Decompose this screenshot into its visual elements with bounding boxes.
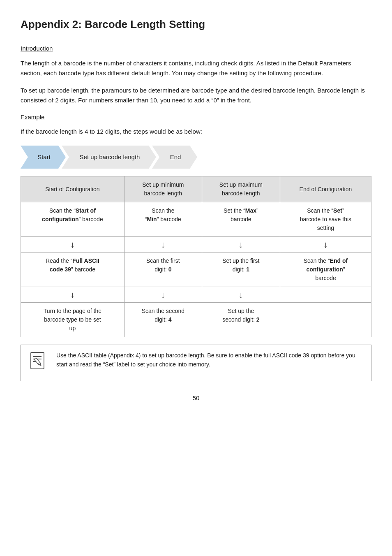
example-section: Example If the barcode length is 4 to 12… xyxy=(21,113,371,137)
arrow-1-3: ↓ xyxy=(202,237,280,253)
cell-1-4: Scan the “Set”barcode to save thissettin… xyxy=(280,202,371,237)
flow-start: Start xyxy=(21,146,66,169)
page-title: Appendix 2: Barcode Length Setting xyxy=(21,16,371,32)
flow-diagram: Start Set up barcode length End xyxy=(21,146,371,169)
arrow-1-1: ↓ xyxy=(21,237,125,253)
arrow-1-4: ↓ xyxy=(280,237,371,253)
cell-3-3: Set up thesecond digit: 2 xyxy=(202,303,280,337)
cell-3-4 xyxy=(280,303,371,337)
cell-2-4: Scan the “End ofconfiguration”barcode xyxy=(280,253,371,287)
table-arrow-row-1: ↓ ↓ ↓ ↓ xyxy=(21,237,371,253)
note-icon xyxy=(28,351,50,375)
col-header-3: Set up maximumbarcode length xyxy=(202,176,280,202)
arrow-1-2: ↓ xyxy=(124,237,202,253)
cell-2-1: Read the “Full ASCIIcode 39” barcode xyxy=(21,253,125,287)
cell-3-1: Turn to the page of thebarcode type to b… xyxy=(21,303,125,337)
arrow-2-3: ↓ xyxy=(202,287,280,303)
table-header-row: Start of Configuration Set up minimumbar… xyxy=(21,176,371,202)
table-row-1: Scan the “Start ofconfiguration” barcode… xyxy=(21,202,371,237)
steps-table: Start of Configuration Set up minimumbar… xyxy=(21,176,371,337)
example-label: Example xyxy=(21,113,371,122)
page-number: 50 xyxy=(21,394,371,403)
cell-2-2: Scan the firstdigit: 0 xyxy=(124,253,202,287)
flow-end: End xyxy=(152,146,197,169)
cell-1-3: Set the “Max”barcode xyxy=(202,202,280,237)
col-header-1: Start of Configuration xyxy=(21,176,125,202)
table-arrow-row-2: ↓ ↓ ↓ xyxy=(21,287,371,303)
col-header-4: End of Configuration xyxy=(280,176,371,202)
arrow-2-1: ↓ xyxy=(21,287,125,303)
example-intro: If the barcode length is 4 to 12 digits,… xyxy=(21,127,371,137)
cell-1-2: Scan the“Min” barcode xyxy=(124,202,202,237)
cell-1-1: Scan the “Start ofconfiguration” barcode xyxy=(21,202,125,237)
table-row-2: Read the “Full ASCIIcode 39” barcode Sca… xyxy=(21,253,371,287)
note-box: Use the ASCII table (Appendix 4) to set … xyxy=(21,345,371,381)
col-header-2: Set up minimumbarcode length xyxy=(124,176,202,202)
table-row-3: Turn to the page of thebarcode type to b… xyxy=(21,303,371,337)
arrow-2-2: ↓ xyxy=(124,287,202,303)
arrow-2-4 xyxy=(280,287,371,303)
intro-label: Introduction xyxy=(21,44,371,53)
cell-2-3: Set up the firstdigit: 1 xyxy=(202,253,280,287)
note-text: Use the ASCII table (Appendix 4) to set … xyxy=(56,351,364,369)
flow-middle: Set up barcode length xyxy=(62,146,156,169)
paragraph-1: The length of a barcode is the number of… xyxy=(21,58,371,78)
paragraph-2: To set up barcode length, the paramours … xyxy=(21,86,371,105)
cell-3-2: Scan the seconddigit: 4 xyxy=(124,303,202,337)
